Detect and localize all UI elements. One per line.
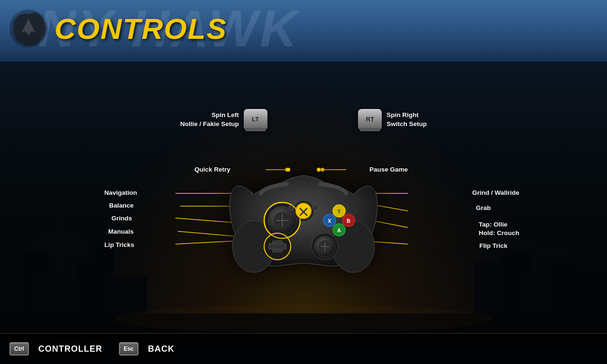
controller-button[interactable]: CONTROLLER [38, 344, 102, 354]
spin-left-label: Spin Left [180, 111, 239, 120]
quick-retry-label: Quick Retry [194, 165, 230, 174]
pause-game-dot [317, 168, 321, 172]
ctrl-key: Ctrl [9, 342, 29, 355]
right-trigger-group: RT Spin Right Switch Setup [358, 109, 427, 129]
controller-diagram: Spin Left Nollie / Fakie Setup LT RT Spi… [0, 100, 607, 346]
rt-button[interactable]: RT [358, 109, 382, 129]
switch-setup-label: Switch Setup [386, 120, 427, 129]
left-trigger-group: Spin Left Nollie / Fakie Setup LT [180, 109, 267, 129]
lip-tricks-label: Lip Tricks [104, 241, 134, 250]
back-button[interactable]: BACK [148, 344, 175, 354]
balance-label: Balance [109, 201, 134, 210]
rt-label: RT [366, 116, 374, 123]
svg-text:Y: Y [337, 209, 341, 214]
navigation-label: Navigation [104, 189, 137, 198]
tap-ollie-label: Tap: Ollie Hold: Crouch [479, 220, 520, 237]
svg-text:A: A [337, 228, 341, 233]
svg-text:B: B [347, 218, 350, 224]
esc-key: Esc [119, 342, 138, 355]
bottom-bar: Ctrl CONTROLLER Esc BACK [0, 333, 607, 364]
lt-button[interactable]: LT [244, 109, 267, 129]
quick-retry-dot [286, 168, 290, 172]
main-panel: Spin Left Nollie / Fakie Setup LT RT Spi… [0, 62, 607, 333]
right-trigger-labels: Spin Right Switch Setup [386, 111, 427, 129]
title-area: CONTROLS [7, 7, 227, 50]
flip-trick-label: Flip Trick [479, 242, 507, 251]
svg-text:X: X [328, 218, 331, 224]
grinds-label: Grinds [111, 214, 132, 223]
nollie-fakie-label: Nollie / Fakie Setup [180, 120, 239, 129]
spin-right-label: Spin Right [386, 111, 427, 120]
page-title: CONTROLS [55, 12, 227, 46]
logo-icon [7, 7, 50, 50]
left-trigger-labels: Spin Left Nollie / Fakie Setup [180, 111, 239, 129]
header-bar: NY HAWK CONTROLS [0, 0, 607, 62]
triggers-row: Spin Left Nollie / Fakie Setup LT RT Spi… [180, 109, 427, 129]
pause-game-label: Pause Game [369, 165, 408, 174]
grind-wallride-label: Grind / Wallride [472, 189, 519, 198]
manuals-label: Manuals [108, 228, 134, 237]
grab-label: Grab [476, 204, 491, 213]
lt-label: LT [252, 116, 259, 123]
svg-rect-54 [269, 244, 286, 249]
svg-point-58 [313, 205, 318, 210]
controller-image: Y X B A [216, 137, 391, 280]
